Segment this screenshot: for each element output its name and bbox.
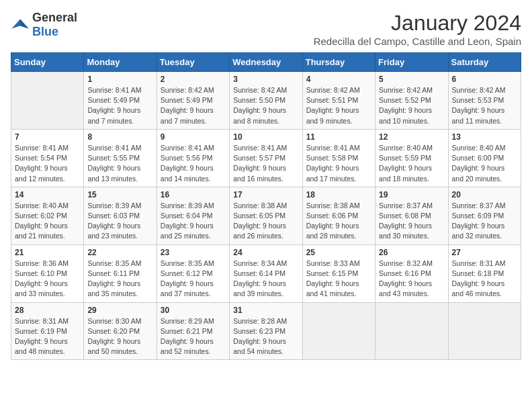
- day-number: 18: [306, 190, 371, 199]
- header-day-thursday: Thursday: [302, 53, 375, 72]
- week-row-1: 1Sunrise: 8:41 AMSunset: 5:49 PMDaylight…: [11, 72, 521, 130]
- day-info: Sunrise: 8:32 AMSunset: 6:16 PMDaylight:…: [379, 259, 444, 300]
- day-number: 3: [233, 75, 298, 84]
- day-cell: [448, 302, 521, 360]
- day-info: Sunrise: 8:41 AMSunset: 5:49 PMDaylight:…: [87, 85, 152, 126]
- day-info: Sunrise: 8:36 AMSunset: 6:10 PMDaylight:…: [15, 259, 80, 300]
- day-info: Sunrise: 8:38 AMSunset: 6:06 PMDaylight:…: [306, 201, 371, 242]
- day-info: Sunrise: 8:40 AMSunset: 5:59 PMDaylight:…: [379, 143, 444, 184]
- day-cell: 15Sunrise: 8:39 AMSunset: 6:03 PMDayligh…: [84, 187, 157, 244]
- day-number: 26: [379, 248, 444, 257]
- day-info: Sunrise: 8:41 AMSunset: 5:54 PMDaylight:…: [15, 143, 80, 184]
- day-cell: 3Sunrise: 8:42 AMSunset: 5:50 PMDaylight…: [230, 72, 302, 130]
- day-number: 28: [15, 306, 80, 315]
- day-info: Sunrise: 8:42 AMSunset: 5:53 PMDaylight:…: [452, 85, 517, 126]
- day-cell: [302, 302, 375, 360]
- day-cell: 4Sunrise: 8:42 AMSunset: 5:51 PMDaylight…: [302, 72, 375, 130]
- day-number: 7: [15, 132, 80, 142]
- day-cell: 30Sunrise: 8:29 AMSunset: 6:21 PMDayligh…: [157, 302, 229, 360]
- day-cell: 29Sunrise: 8:30 AMSunset: 6:20 PMDayligh…: [84, 302, 157, 360]
- week-row-3: 14Sunrise: 8:40 AMSunset: 6:02 PMDayligh…: [11, 187, 521, 244]
- day-info: Sunrise: 8:41 AMSunset: 5:58 PMDaylight:…: [306, 143, 371, 184]
- day-cell: 21Sunrise: 8:36 AMSunset: 6:10 PMDayligh…: [11, 244, 84, 302]
- day-number: 30: [161, 306, 226, 315]
- week-row-4: 21Sunrise: 8:36 AMSunset: 6:10 PMDayligh…: [11, 244, 521, 302]
- week-row-5: 28Sunrise: 8:31 AMSunset: 6:19 PMDayligh…: [11, 302, 521, 360]
- day-cell: 22Sunrise: 8:35 AMSunset: 6:11 PMDayligh…: [84, 244, 157, 302]
- day-info: Sunrise: 8:39 AMSunset: 6:04 PMDaylight:…: [161, 201, 226, 242]
- day-number: 17: [233, 190, 298, 199]
- day-number: 14: [15, 190, 80, 199]
- header-day-sunday: Sunday: [11, 53, 84, 72]
- day-cell: 9Sunrise: 8:41 AMSunset: 5:56 PMDaylight…: [157, 129, 229, 187]
- day-cell: 19Sunrise: 8:37 AMSunset: 6:08 PMDayligh…: [375, 187, 448, 244]
- day-info: Sunrise: 8:34 AMSunset: 6:14 PMDaylight:…: [233, 259, 298, 300]
- day-number: 5: [379, 75, 444, 84]
- day-info: Sunrise: 8:30 AMSunset: 6:20 PMDaylight:…: [87, 316, 152, 357]
- day-cell: [11, 72, 84, 130]
- day-number: 16: [161, 190, 226, 199]
- day-number: 1: [87, 75, 152, 84]
- day-cell: 25Sunrise: 8:33 AMSunset: 6:15 PMDayligh…: [302, 244, 375, 302]
- day-cell: 24Sunrise: 8:34 AMSunset: 6:14 PMDayligh…: [230, 244, 302, 302]
- day-info: Sunrise: 8:41 AMSunset: 5:56 PMDaylight:…: [161, 143, 226, 184]
- header-day-wednesday: Wednesday: [230, 53, 302, 72]
- day-number: 4: [306, 75, 371, 84]
- day-info: Sunrise: 8:31 AMSunset: 6:19 PMDaylight:…: [15, 316, 80, 357]
- day-cell: 13Sunrise: 8:40 AMSunset: 6:00 PMDayligh…: [448, 129, 521, 187]
- day-cell: 2Sunrise: 8:42 AMSunset: 5:49 PMDaylight…: [157, 72, 229, 130]
- day-info: Sunrise: 8:41 AMSunset: 5:57 PMDaylight:…: [233, 143, 298, 184]
- title-area: January 2024 Redecilla del Campo, Castil…: [314, 11, 521, 47]
- day-cell: 8Sunrise: 8:41 AMSunset: 5:55 PMDaylight…: [84, 129, 157, 187]
- day-number: 20: [452, 190, 517, 199]
- day-cell: [375, 302, 448, 360]
- logo: General Blue: [11, 11, 77, 39]
- day-number: 10: [233, 132, 298, 142]
- day-cell: 31Sunrise: 8:28 AMSunset: 6:23 PMDayligh…: [230, 302, 302, 360]
- day-cell: 23Sunrise: 8:35 AMSunset: 6:12 PMDayligh…: [157, 244, 229, 302]
- header-day-saturday: Saturday: [448, 53, 521, 72]
- header-day-tuesday: Tuesday: [157, 53, 229, 72]
- day-info: Sunrise: 8:42 AMSunset: 5:49 PMDaylight:…: [161, 85, 226, 126]
- day-info: Sunrise: 8:39 AMSunset: 6:03 PMDaylight:…: [87, 201, 152, 242]
- day-number: 27: [452, 248, 517, 257]
- day-cell: 5Sunrise: 8:42 AMSunset: 5:52 PMDaylight…: [375, 72, 448, 130]
- day-cell: 10Sunrise: 8:41 AMSunset: 5:57 PMDayligh…: [230, 129, 302, 187]
- day-info: Sunrise: 8:41 AMSunset: 5:55 PMDaylight:…: [87, 143, 152, 184]
- day-number: 9: [161, 132, 226, 142]
- day-cell: 18Sunrise: 8:38 AMSunset: 6:06 PMDayligh…: [302, 187, 375, 244]
- day-cell: 7Sunrise: 8:41 AMSunset: 5:54 PMDaylight…: [11, 129, 84, 187]
- day-cell: 28Sunrise: 8:31 AMSunset: 6:19 PMDayligh…: [11, 302, 84, 360]
- day-info: Sunrise: 8:29 AMSunset: 6:21 PMDaylight:…: [161, 316, 226, 357]
- week-row-2: 7Sunrise: 8:41 AMSunset: 5:54 PMDaylight…: [11, 129, 521, 187]
- day-cell: 12Sunrise: 8:40 AMSunset: 5:59 PMDayligh…: [375, 129, 448, 187]
- logo-blue: Blue: [32, 25, 58, 38]
- day-cell: 16Sunrise: 8:39 AMSunset: 6:04 PMDayligh…: [157, 187, 229, 244]
- day-cell: 20Sunrise: 8:37 AMSunset: 6:09 PMDayligh…: [448, 187, 521, 244]
- day-number: 12: [379, 132, 444, 142]
- day-info: Sunrise: 8:37 AMSunset: 6:09 PMDaylight:…: [452, 201, 517, 242]
- day-info: Sunrise: 8:40 AMSunset: 6:02 PMDaylight:…: [15, 201, 80, 242]
- day-cell: 11Sunrise: 8:41 AMSunset: 5:58 PMDayligh…: [302, 129, 375, 187]
- day-info: Sunrise: 8:31 AMSunset: 6:18 PMDaylight:…: [452, 259, 517, 300]
- day-number: 31: [233, 306, 298, 315]
- day-number: 6: [452, 75, 517, 84]
- day-number: 8: [87, 132, 152, 142]
- day-cell: 6Sunrise: 8:42 AMSunset: 5:53 PMDaylight…: [448, 72, 521, 130]
- day-cell: 1Sunrise: 8:41 AMSunset: 5:49 PMDaylight…: [84, 72, 157, 130]
- header: General Blue January 2024 Redecilla del …: [11, 11, 521, 47]
- day-number: 21: [15, 248, 80, 257]
- day-cell: 27Sunrise: 8:31 AMSunset: 6:18 PMDayligh…: [448, 244, 521, 302]
- svg-marker-1: [20, 19, 29, 29]
- calendar-table: SundayMondayTuesdayWednesdayThursdayFrid…: [11, 52, 521, 360]
- day-info: Sunrise: 8:42 AMSunset: 5:50 PMDaylight:…: [233, 85, 298, 126]
- day-number: 24: [233, 248, 298, 257]
- header-day-friday: Friday: [375, 53, 448, 72]
- logo-general: General: [32, 11, 77, 24]
- day-number: 11: [306, 132, 371, 142]
- day-info: Sunrise: 8:42 AMSunset: 5:51 PMDaylight:…: [306, 85, 371, 126]
- month-year-title: January 2024: [314, 11, 521, 36]
- location-subtitle: Redecilla del Campo, Castille and Leon, …: [314, 36, 521, 47]
- day-number: 23: [161, 248, 226, 257]
- header-day-monday: Monday: [84, 53, 157, 72]
